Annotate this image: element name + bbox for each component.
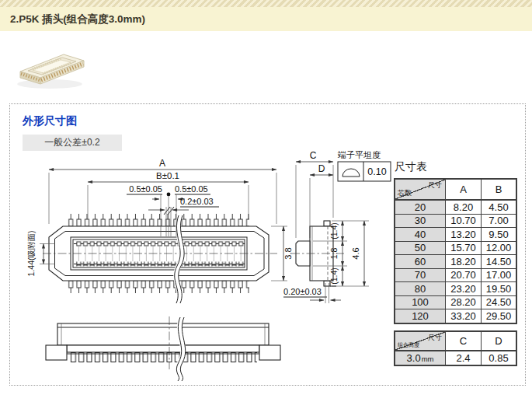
flatness-symbol-icon	[342, 169, 360, 177]
dim-label-c: C	[310, 151, 317, 161]
section-title: 外形尺寸图	[23, 114, 77, 128]
pin-row-top	[67, 214, 249, 226]
dim-label-center-gap: 0.2±0.03	[180, 197, 214, 206]
dim-label-h-top: (1.4)	[329, 222, 339, 239]
size-table: 尺寸 芯数 A B 208.204.50 3010.707.00 4013.20…	[394, 178, 517, 324]
table-row: 5015.7012.00	[395, 241, 516, 255]
center-mark-dot	[167, 193, 171, 197]
page-header: 2.P5K 插头(组合高度3.0mm)	[0, 7, 532, 31]
flatness-callout: 端子平坦度 0.10	[337, 151, 391, 181]
table-row: 3010.707.00	[395, 214, 516, 228]
col-header-d: D	[482, 331, 517, 351]
top-view	[43, 207, 277, 303]
dimension-tables: 尺寸表 尺寸 芯数 A B 208.204.50 3010.707.00 401…	[394, 160, 520, 366]
flatness-label: 端子平坦度	[337, 151, 381, 159]
table-row: 6018.2014.50	[395, 255, 516, 269]
connector-photo	[9, 45, 95, 98]
dim-label-a: A	[159, 158, 165, 169]
size-table-title: 尺寸表	[395, 160, 520, 174]
table-row: 12033.2029.50	[395, 309, 516, 323]
dimension-drawing: A B±0.1 0.5±0.05 0.5±0.05 0.2±0.03	[10, 151, 398, 384]
col-header-a: A	[446, 179, 482, 200]
dim-label-b: B±0.1	[156, 171, 179, 180]
table-row: 10028.2024.50	[395, 295, 516, 309]
table-row: 208.204.50	[395, 200, 516, 214]
unit-label: mm	[422, 355, 434, 363]
table-row: 8023.2019.50	[395, 282, 516, 296]
dim-label-h-mid: 1.8	[329, 248, 339, 260]
decorative-stripe-band	[0, 0, 532, 7]
col-header-c: C	[446, 331, 482, 351]
corner-header-cell: 尺寸 组合高度	[395, 331, 446, 351]
dim-label-pickup: 1.44(吸附面)	[26, 231, 36, 277]
connector-photo-image	[9, 45, 95, 95]
table-row: 4013.209.50	[395, 228, 516, 242]
dim-label-lead: 0.20±0.03	[283, 287, 322, 296]
height-table: 尺寸 组合高度 C D 3.0mm 2.4 0.85	[394, 330, 517, 366]
corner-label-pins: 芯数	[398, 188, 412, 198]
col-header-b: B	[482, 179, 517, 200]
tolerance-note: 一般公差±0.2	[23, 135, 122, 151]
dim-label-half-left: 0.5±0.05	[129, 184, 162, 194]
stack-height-cell: 3.0mm	[395, 351, 446, 365]
size-table-header-row: 尺寸 芯数 A B	[395, 179, 516, 200]
contact-row-bottom	[75, 262, 245, 267]
front-view	[46, 316, 280, 381]
flatness-value: 0.10	[367, 166, 386, 177]
dim-label-d: D	[318, 163, 325, 174]
corner-header-cell: 尺寸 芯数	[395, 179, 446, 200]
corner-label-stack-height: 组合高度	[398, 341, 419, 349]
dim-label-h-total: 4.6	[351, 247, 360, 259]
pin-row-bottom	[67, 281, 249, 293]
dim-label-half-right: 0.5±0.05	[175, 184, 208, 194]
page-title: 2.P5K 插头(组合高度3.0mm)	[10, 12, 145, 26]
table-row: 7020.7017.00	[395, 268, 516, 282]
corner-label-size: 尺寸	[428, 333, 442, 343]
contact-row-top	[75, 242, 245, 246]
dimension-panel: 外形尺寸图 一般公差±0.2	[9, 103, 526, 386]
front-body	[57, 323, 269, 345]
height-table-header-row: 尺寸 组合高度 C D	[395, 331, 516, 351]
corner-label-size: 尺寸	[428, 180, 442, 191]
table-row: 3.0mm 2.4 0.85	[395, 351, 516, 365]
dim-label-h-bot: (1.4)	[329, 267, 339, 285]
